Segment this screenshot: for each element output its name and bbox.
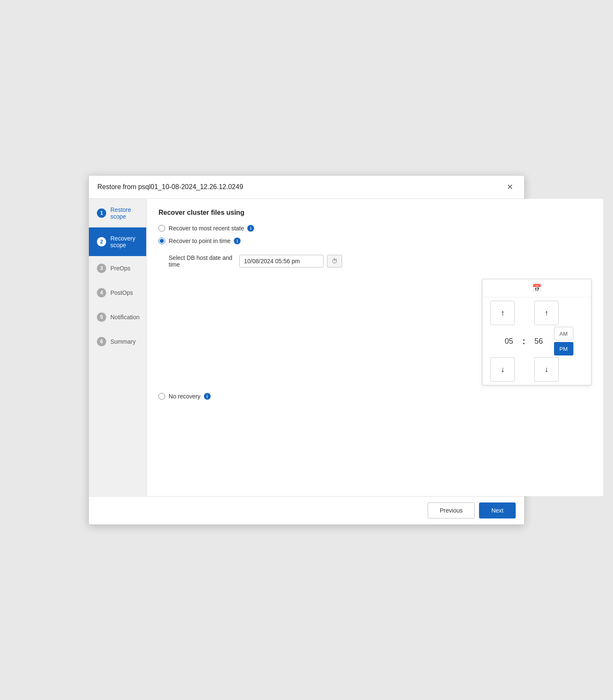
dialog-footer: Previous Next (89, 496, 524, 524)
next-button[interactable]: Next (479, 502, 516, 518)
minute-down-button[interactable]: ↓ (534, 357, 559, 382)
time-separator: : (521, 337, 527, 346)
sidebar-num-3: 3 (97, 264, 106, 273)
sidebar-item-preops[interactable]: 3 PreOps (89, 256, 146, 281)
sidebar-item-summary[interactable]: 6 Summary (89, 329, 146, 354)
time-picker: 📅 ↑ ↑ (482, 279, 592, 385)
option3-label[interactable]: No recovery (169, 393, 200, 400)
option1-row: Recover to most recent state i (158, 225, 592, 232)
option1-radio[interactable] (158, 225, 165, 232)
sidebar-item-postops[interactable]: 4 PostOps (89, 281, 146, 305)
calendar-row: 📅 (482, 279, 591, 297)
option3-row: No recovery i (158, 393, 592, 400)
hour-down-button[interactable]: ↓ (490, 357, 515, 382)
radio-group: Recover to most recent state i Recover t… (158, 225, 592, 400)
section-title: Recover cluster files using (158, 209, 592, 216)
sidebar-num-6: 6 (97, 337, 106, 346)
sidebar-item-notification[interactable]: 5 Notification (89, 305, 146, 329)
datetime-label: Select DB host date and time (169, 254, 236, 268)
option2-radio[interactable] (158, 238, 165, 244)
time-values-row: 05 : 56 AM PM (482, 325, 591, 357)
time-picker-container: 📅 ↑ ↑ (320, 275, 592, 385)
sidebar-num-2: 2 (97, 237, 106, 246)
calendar-button[interactable]: 📅 (532, 283, 541, 293)
sidebar-label-4: PostOps (110, 289, 133, 296)
option1-label[interactable]: Recover to most recent state (169, 225, 244, 232)
pm-button[interactable]: PM (554, 342, 573, 355)
datetime-input[interactable] (239, 255, 324, 267)
sidebar-label-2: Recovery scope (110, 235, 139, 248)
option1-info-icon[interactable]: i (247, 225, 254, 232)
hour-value: 05 (501, 334, 517, 349)
option2-info-icon[interactable]: i (234, 238, 241, 244)
sidebar-num-4: 4 (97, 288, 106, 297)
minute-value: 56 (530, 334, 547, 349)
dialog-title: Restore from psql01_10-08-2024_12.26.12.… (97, 183, 243, 191)
sidebar-item-restore-scope[interactable]: 1 Restore scope (89, 199, 146, 227)
sidebar-num-1: 1 (97, 208, 106, 218)
sidebar-label-5: Notification (110, 314, 139, 321)
minute-up-button[interactable]: ↑ (534, 301, 559, 325)
restore-dialog: Restore from psql01_10-08-2024_12.26.12.… (88, 175, 525, 525)
down-arrows-row: ↓ ↓ (482, 357, 591, 385)
option2-label[interactable]: Recover to point in time (169, 238, 230, 244)
option3-radio[interactable] (158, 393, 165, 400)
am-button[interactable]: AM (554, 327, 573, 340)
option3-info-icon[interactable]: i (204, 393, 211, 400)
hour-down-col: ↓ (490, 357, 515, 382)
sidebar-label-1: Restore scope (110, 206, 139, 220)
hour-up-col: ↑ (490, 301, 515, 325)
sidebar-item-recovery-scope[interactable]: 2 Recovery scope (89, 227, 146, 256)
main-content: Recover cluster files using Recover to m… (147, 199, 603, 496)
dialog-body: 1 Restore scope 2 Recovery scope 3 PreOp… (89, 199, 524, 496)
dialog-header: Restore from psql01_10-08-2024_12.26.12.… (89, 176, 524, 199)
up-arrows-row: ↑ ↑ (482, 297, 591, 325)
sidebar-label-6: Summary (110, 338, 136, 345)
sidebar-num-5: 5 (97, 313, 106, 322)
datetime-row: Select DB host date and time ⏱ (169, 254, 592, 268)
previous-button[interactable]: Previous (428, 502, 475, 518)
ampm-col: AM PM (554, 327, 573, 355)
sidebar-label-3: PreOps (110, 265, 130, 272)
clock-button[interactable]: ⏱ (327, 255, 342, 267)
hour-up-button[interactable]: ↑ (490, 301, 515, 325)
close-button[interactable]: ✕ (504, 182, 516, 192)
option2-row: Recover to point in time i (158, 238, 592, 244)
minute-up-col: ↑ (534, 301, 559, 325)
minute-down-col: ↓ (534, 357, 559, 382)
sidebar: 1 Restore scope 2 Recovery scope 3 PreOp… (89, 199, 147, 496)
